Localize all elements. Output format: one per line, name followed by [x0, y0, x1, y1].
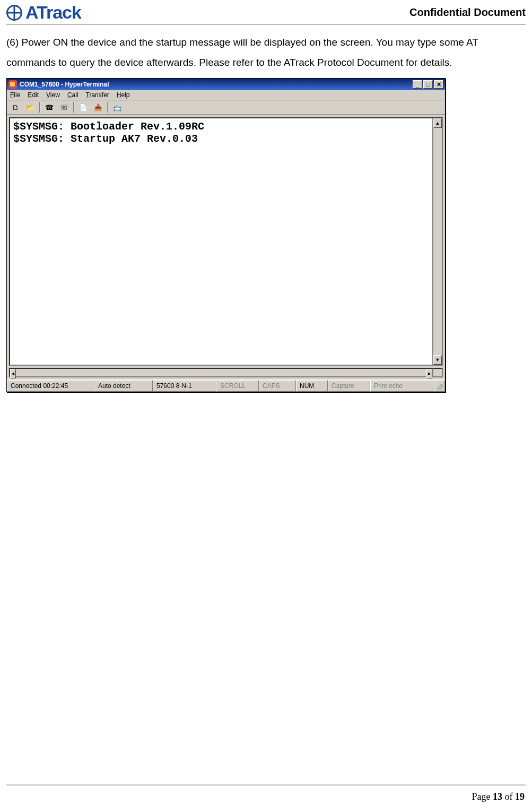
page-header: ATrack Confidential Document [6, 0, 526, 25]
menu-call[interactable]: Call [67, 91, 79, 99]
document-page: ATrack Confidential Document (6) Power O… [0, 0, 532, 811]
receive-icon[interactable]: 📥 [92, 102, 104, 113]
status-scroll: SCROLL [216, 380, 259, 392]
call-icon[interactable]: ☎ [43, 102, 55, 113]
status-printecho: Print echo [370, 380, 434, 392]
maximize-button[interactable]: □ [423, 80, 433, 89]
hyperterminal-window: COM1_57600 - HyperTerminal _ □ ✕ File Ed… [6, 78, 446, 392]
scroll-up-icon[interactable]: ▲ [433, 118, 442, 128]
menu-transfer[interactable]: Transfer [86, 91, 109, 99]
resize-grip-icon[interactable] [434, 380, 445, 392]
scroll-right-icon[interactable]: ► [426, 369, 432, 378]
status-capture: Capture [328, 380, 370, 392]
crosshair-icon [6, 5, 22, 21]
brand-name: ATrack [25, 2, 81, 23]
vertical-scrollbar[interactable]: ▲ ▼ [433, 117, 443, 366]
titlebar: COM1_57600 - HyperTerminal _ □ ✕ [7, 79, 445, 90]
page-footer: Page 13 of 19 [472, 791, 525, 803]
separator-icon [39, 102, 40, 113]
status-autodetect: Auto detect [94, 380, 153, 392]
menu-help[interactable]: Help [117, 91, 130, 99]
hangup-icon[interactable]: ☏ [58, 102, 70, 113]
menu-file[interactable]: File [10, 91, 20, 99]
instruction-paragraph: (6) Power ON the device and the startup … [6, 32, 526, 73]
statusbar: Connected 00:22:45 Auto detect 57600 8-N… [7, 379, 445, 392]
status-connected: Connected 00:22:45 [7, 380, 94, 392]
menu-view[interactable]: View [46, 91, 60, 99]
confidential-label: Confidential Document [409, 6, 526, 19]
brand-logo: ATrack [6, 2, 81, 23]
open-icon[interactable]: 📂 [24, 102, 36, 113]
status-num: NUM [296, 380, 328, 392]
status-baud: 57600 8-N-1 [153, 380, 216, 392]
terminal-output[interactable]: $SYSMSG: Bootloader Rev.1.09RC $SYSMSG: … [9, 117, 433, 366]
scroll-left-icon[interactable]: ◄ [10, 369, 16, 378]
minimize-button[interactable]: _ [413, 80, 422, 89]
scroll-down-icon[interactable]: ▼ [433, 355, 442, 365]
menubar: File Edit View Call Transfer Help [7, 90, 445, 100]
scroll-corner [433, 368, 443, 377]
app-icon [8, 80, 17, 89]
horizontal-scrollbar[interactable]: ◄ ► [9, 368, 433, 377]
status-caps: CAPS [259, 380, 296, 392]
menu-edit[interactable]: Edit [28, 91, 39, 99]
separator-icon [107, 102, 108, 113]
footer-divider [6, 784, 526, 786]
new-icon[interactable]: 🗋 [10, 102, 21, 113]
toolbar: 🗋 📂 ☎ ☏ 📄 📥 📇 [7, 100, 445, 115]
properties-icon[interactable]: 📇 [111, 102, 123, 113]
separator-icon [73, 102, 74, 113]
close-button[interactable]: ✕ [434, 80, 443, 89]
window-title: COM1_57600 - HyperTerminal [20, 81, 109, 88]
send-icon[interactable]: 📄 [77, 102, 89, 113]
